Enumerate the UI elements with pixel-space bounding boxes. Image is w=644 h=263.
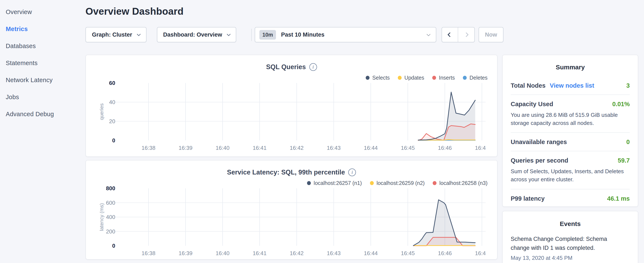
summary-row-value: 3	[626, 82, 630, 89]
summary-row-label: Unavailable ranges	[511, 139, 567, 146]
overview-dashboard-page: { "sidebar": { "items": [ { "label": "Ov…	[0, 0, 644, 263]
sql-queries-chart-card: SQL Queries i SelectsUpdatesInsertsDelet…	[86, 55, 498, 157]
summary-row-label: Queries per second	[511, 157, 568, 164]
sql-queries-chart[interactable]: 16:3816:3916:4016:4116:4216:4316:4416:45…	[99, 80, 486, 154]
page-title: Overview Dashboard	[86, 6, 184, 17]
sidebar-item-overview[interactable]: Overview	[6, 4, 85, 21]
summary-row-value: 0.01%	[612, 101, 630, 108]
summary-row-p99-latency: P99 latency46.1 ms	[511, 189, 630, 207]
summary-row-label: Capacity Used	[511, 101, 553, 108]
chevron-down-icon	[137, 32, 140, 36]
x-tick-label: 16:38	[142, 145, 156, 151]
x-tick-label: 16:40	[216, 250, 230, 256]
info-icon[interactable]: i	[309, 63, 317, 71]
summary-rows: Total NodesView nodes list3Capacity Used…	[511, 76, 630, 207]
service-latency-chart-card: Service Latency: SQL, 99th percentile i …	[86, 160, 498, 259]
event-item: Schema Change Completed: Schema change w…	[511, 235, 630, 261]
legend-dot	[432, 76, 436, 80]
events-list: Schema Change Completed: Schema change w…	[511, 235, 630, 261]
summary-row-subtext: You are using 28.6 MiB of 515.9 GiB usab…	[511, 111, 630, 127]
service-latency-chart[interactable]: 16:3816:3916:4016:4116:4216:4316:4416:45…	[99, 185, 486, 259]
toolbar-divider	[251, 29, 252, 41]
y-tick-label: 0	[112, 137, 115, 144]
x-tick-label: 16:42	[290, 145, 304, 151]
x-tick-label: 16:43	[327, 250, 340, 256]
time-range-selector[interactable]: 10m Past 10 Minutes	[255, 27, 436, 42]
summary-row-label: Total Nodes	[511, 82, 546, 89]
time-step-buttons	[442, 27, 475, 42]
graph-scope-label: Graph: Cluster	[92, 32, 132, 38]
sidebar-item-network-latency[interactable]: Network Latency	[6, 72, 85, 89]
summary-row-value: 59.7	[618, 157, 630, 164]
chevron-down-icon	[227, 32, 230, 36]
event-timestamp: May 13, 2020 at 4:45 PM	[511, 255, 630, 261]
sidebar-nav: OverviewMetricsDatabasesStatementsNetwor…	[0, 0, 85, 263]
chevron-left-icon	[448, 32, 452, 37]
chevron-down-icon	[426, 32, 430, 36]
x-tick-label: 16:46	[438, 250, 452, 256]
y-tick-label: 400	[106, 214, 115, 220]
x-tick-label: 16:41	[253, 145, 266, 151]
x-tick-label: 16:45	[401, 145, 415, 151]
chevron-right-icon	[464, 32, 469, 37]
y-tick-label: 60	[109, 80, 115, 86]
dashboard-label: Dashboard: Overview	[163, 32, 222, 38]
info-icon[interactable]: i	[348, 168, 356, 176]
graph-scope-dropdown[interactable]: Graph: Cluster	[86, 27, 146, 42]
summary-row-value: 46.1 ms	[607, 195, 630, 202]
legend-dot	[307, 181, 311, 185]
y-axis-title: latency (ms)	[99, 203, 104, 231]
time-range-badge: 10m	[260, 30, 276, 40]
sidebar-item-jobs[interactable]: Jobs	[6, 89, 85, 106]
summary-row-total-nodes: Total NodesView nodes list3	[511, 76, 630, 95]
x-tick-label: 16:40	[216, 145, 230, 151]
x-tick-label: 16:47	[475, 250, 486, 256]
y-axis-title: queries	[99, 103, 104, 120]
x-tick-label: 16:39	[178, 145, 192, 151]
legend-dot	[370, 181, 374, 185]
summary-row-unavailable-ranges: Unavailable ranges0	[511, 133, 630, 151]
events-title: Events	[511, 220, 630, 227]
sidebar-item-statements[interactable]: Statements	[6, 55, 85, 72]
summary-row-queries-per-second: Queries per second59.7Sum of Selects, Up…	[511, 151, 630, 189]
view-nodes-list-link[interactable]: View nodes list	[550, 82, 594, 89]
x-tick-label: 16:45	[401, 250, 415, 256]
x-tick-label: 16:38	[142, 250, 156, 256]
y-tick-label: 40	[109, 99, 115, 105]
x-tick-label: 16:44	[364, 145, 378, 151]
now-button[interactable]: Now	[478, 27, 504, 42]
summary-panel: Summary Total NodesView nodes list3Capac…	[502, 55, 638, 207]
summary-row-label: P99 latency	[511, 195, 545, 202]
x-tick-label: 16:42	[290, 250, 304, 256]
event-text: Schema Change Completed: Schema change w…	[511, 235, 615, 252]
y-tick-label: 20	[109, 118, 115, 124]
legend-dot	[366, 76, 370, 80]
x-tick-label: 16:47	[475, 145, 486, 151]
y-tick-label: 800	[106, 185, 115, 191]
summary-row-value: 0	[626, 139, 630, 146]
x-tick-label: 16:43	[327, 145, 340, 151]
legend-dot	[398, 76, 402, 80]
previous-time-button[interactable]	[442, 28, 458, 42]
next-time-button[interactable]	[458, 28, 474, 42]
y-tick-label: 200	[106, 228, 115, 235]
y-tick-label: 600	[106, 200, 115, 206]
summary-row-capacity-used: Capacity Used0.01%You are using 28.6 MiB…	[511, 95, 630, 133]
x-tick-label: 16:44	[364, 250, 378, 256]
x-tick-label: 16:39	[178, 250, 192, 256]
events-panel: Events Schema Change Completed: Schema c…	[502, 211, 638, 263]
summary-title: Summary	[511, 64, 630, 71]
chart-title: SQL Queries	[266, 63, 306, 71]
chart-title: Service Latency: SQL, 99th percentile	[227, 168, 345, 176]
dashboard-dropdown[interactable]: Dashboard: Overview	[157, 27, 236, 42]
x-tick-label: 16:46	[438, 145, 452, 151]
summary-row-subtext: Sum of Selects, Updates, Inserts, and De…	[511, 167, 630, 183]
time-range-label: Past 10 Minutes	[281, 32, 427, 38]
legend-dot	[463, 76, 467, 80]
sidebar-item-metrics[interactable]: Metrics	[6, 21, 85, 38]
y-tick-label: 0	[112, 242, 115, 249]
sidebar-item-advanced-debug[interactable]: Advanced Debug	[6, 106, 85, 123]
legend-dot	[433, 181, 436, 185]
x-tick-label: 16:41	[253, 250, 266, 256]
sidebar-item-databases[interactable]: Databases	[6, 38, 85, 55]
